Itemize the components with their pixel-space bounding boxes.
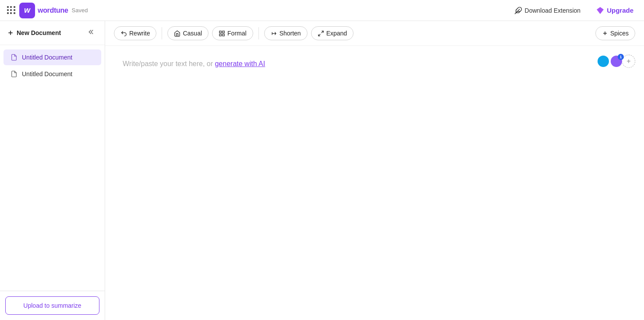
- casual-icon: [174, 30, 180, 37]
- logo-container[interactable]: w wordtune: [19, 3, 68, 18]
- formal-button[interactable]: Formal: [212, 26, 253, 40]
- document-icon-2: [11, 70, 18, 77]
- upload-label: Upload to summarize: [23, 302, 81, 309]
- shorten-icon: [271, 30, 277, 37]
- editor-placeholder: Write/paste your text here, or generate …: [123, 60, 626, 68]
- expand-label: Expand: [326, 30, 347, 37]
- avatar-2-badge: 1: [618, 54, 624, 60]
- svg-rect-5: [219, 31, 221, 32]
- apps-grid-icon[interactable]: [7, 6, 16, 15]
- formal-label: Formal: [227, 30, 247, 37]
- svg-line-11: [318, 34, 320, 35]
- rewrite-icon: [120, 30, 127, 37]
- content-area: Rewrite Casual Formal: [105, 21, 644, 320]
- sidebar-list: Untitled Document Untitled Document: [0, 45, 105, 291]
- svg-line-10: [321, 31, 323, 32]
- collapse-sidebar-button[interactable]: [86, 26, 98, 39]
- wordtune-logo-icon: w: [19, 3, 35, 18]
- new-document-button[interactable]: New Document: [7, 28, 61, 38]
- saved-status: Saved: [72, 7, 88, 14]
- toolbar: Rewrite Casual Formal: [105, 21, 644, 46]
- rewrite-label: Rewrite: [129, 30, 150, 37]
- app-name: wordtune: [38, 7, 68, 14]
- main-layout: New Document Untitled Document: [0, 21, 644, 320]
- expand-button[interactable]: Expand: [311, 26, 354, 40]
- svg-rect-6: [223, 31, 224, 32]
- toolbar-separator-1: [162, 27, 162, 39]
- shorten-button[interactable]: Shorten: [264, 26, 308, 40]
- expand-icon: [318, 30, 324, 37]
- generate-with-ai-link[interactable]: generate with AI: [215, 60, 265, 67]
- svg-rect-8: [219, 34, 221, 35]
- avatar-cluster: 1 +: [597, 55, 635, 68]
- formal-icon: [219, 30, 225, 37]
- puzzle-icon: [514, 7, 522, 14]
- avatar-2-wrapper: 1: [610, 55, 623, 68]
- plus-icon: [7, 29, 14, 36]
- sidebar: New Document Untitled Document: [0, 21, 105, 320]
- toolbar-separator-2: [258, 27, 259, 39]
- upgrade-label: Upgrade: [607, 7, 633, 14]
- download-extension-button[interactable]: Download Extension: [511, 5, 584, 16]
- svg-marker-2: [597, 7, 604, 14]
- document-icon: [11, 54, 18, 61]
- sidebar-doc-1-title: Untitled Document: [22, 54, 72, 61]
- upload-to-summarize-button[interactable]: Upload to summarize: [5, 296, 99, 315]
- sidebar-footer: Upload to summarize: [0, 291, 105, 320]
- navbar-left: w wordtune Saved: [7, 3, 511, 18]
- placeholder-static-text: Write/paste your text here, or: [123, 60, 215, 67]
- sidebar-item-doc-2[interactable]: Untitled Document: [4, 66, 101, 82]
- avatar-1: [597, 55, 610, 68]
- add-collaborator-button[interactable]: +: [622, 55, 635, 68]
- chevron-left-icon: [88, 28, 96, 36]
- upgrade-button[interactable]: Upgrade: [593, 5, 637, 16]
- download-extension-label: Download Extension: [525, 7, 581, 14]
- casual-button[interactable]: Casual: [167, 26, 209, 40]
- navbar: w wordtune Saved Download Extension Upgr…: [0, 0, 644, 21]
- casual-label: Casual: [183, 30, 202, 37]
- spices-label: Spices: [610, 30, 629, 37]
- sidebar-header: New Document: [0, 21, 105, 45]
- spices-button[interactable]: Spices: [595, 26, 635, 40]
- navbar-right: Download Extension Upgrade: [511, 5, 637, 16]
- sidebar-doc-2-title: Untitled Document: [22, 70, 72, 77]
- rewrite-button[interactable]: Rewrite: [114, 26, 156, 40]
- editor-area[interactable]: Write/paste your text here, or generate …: [105, 46, 644, 320]
- svg-rect-7: [223, 34, 224, 35]
- new-document-label: New Document: [17, 29, 61, 36]
- plus-spices-icon: [602, 30, 608, 36]
- diamond-icon: [596, 7, 604, 14]
- avatar-1-wrapper: [597, 55, 610, 68]
- sidebar-item-doc-1[interactable]: Untitled Document: [4, 49, 101, 65]
- shorten-label: Shorten: [280, 30, 301, 37]
